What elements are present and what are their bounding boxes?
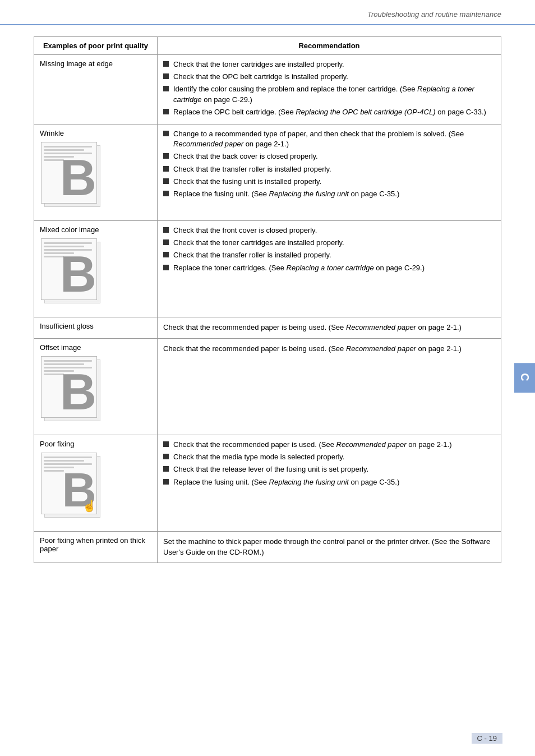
example-cell-poor-fixing: Poor fixing [34,435,158,531]
col-header-recommendation: Recommendation [158,37,501,55]
recommendation-list: Check that the toner cartridges are inst… [163,59,495,117]
bullet-icon [163,73,169,79]
bullet-icon [163,466,169,472]
list-item: Replace the OPC belt cartridge. (See Rep… [163,107,495,117]
cursor-icon: ☝ [82,499,96,513]
example-cell-poor-fixing-thick: Poor fixing when printed on thick paper [34,531,158,563]
list-item: Change to a recommended type of paper, a… [163,129,495,149]
list-item: Replace the toner cartridges. (See Repla… [163,263,495,273]
list-item: Check that the media type mode is select… [163,452,495,462]
recommendation-list: Check that the recommended paper is used… [163,440,495,487]
recommendation-list: Check that the front cover is closed pro… [163,225,495,273]
example-cell-missing-image: Missing image at edge [34,55,158,125]
print-sample-offset: B [40,355,113,428]
list-item: Check that the transfer roller is instal… [163,250,495,260]
bullet-icon [163,191,169,196]
bullet-icon [163,153,169,159]
header-title: Troubleshooting and routine maintenance [367,10,501,19]
table-row: Mixed color image [34,220,501,317]
example-label: Poor fixing when printed on thick paper [40,536,151,553]
bullet-icon [163,86,169,91]
example-label: Missing image at edge [40,59,151,68]
bullet-icon [163,178,169,184]
example-cell-insufficient-gloss: Insufficient gloss [34,317,158,338]
side-tab: C [514,363,535,393]
print-sample-poor-fixing: B ☝ [40,451,113,524]
bullet-icon [163,239,169,245]
plain-recommendation: Set the machine to thick paper mode thro… [163,537,490,557]
bullet-icon [163,61,169,67]
example-label: Mixed color image [40,225,151,234]
recommendation-cell-missing-image: Check that the toner cartridges are inst… [158,55,501,125]
print-sample-wrinkle: B [40,141,113,214]
example-label: Offset image [40,343,151,352]
bullet-icon [163,454,169,459]
main-table: Examples of poor print quality Recommend… [34,36,501,563]
list-item: Check that the toner cartridges are inst… [163,59,495,70]
table-row: Poor fixing when printed on thick paper … [34,531,501,563]
bullet-icon [163,131,169,136]
list-item: Check that the transfer roller is instal… [163,164,495,174]
list-item: Replace the fusing unit. (See Replacing … [163,189,495,199]
table-row: Offset image [34,338,501,435]
recommendation-cell-mixed-color: Check that the front cover is closed pro… [158,220,501,317]
bullet-icon [163,227,169,233]
big-b-letter: B [60,153,96,203]
bullet-icon [163,109,169,114]
example-label: Wrinkle [40,129,151,137]
example-label: Insufficient gloss [40,322,151,330]
recommendation-list: Change to a recommended type of paper, a… [163,129,495,199]
list-item: Check that the fusing unit is installed … [163,177,495,187]
list-item: Check that the toner cartridges are inst… [163,238,495,248]
big-b-letter: B [60,367,96,417]
plain-recommendation: Check that the recommended paper is bein… [163,344,462,353]
big-b-letter: B [60,249,96,299]
table-row: Missing image at edge Check that the ton… [34,55,501,125]
list-item: Check that the release lever of the fusi… [163,464,495,474]
bullet-icon [163,265,169,270]
recommendation-cell-poor-fixing: Check that the recommended paper is used… [158,435,501,531]
recommendation-cell-insufficient-gloss: Check that the recommended paper is bein… [158,317,501,338]
bullet-icon [163,441,169,447]
list-item: Check that the front cover is closed pro… [163,225,495,236]
page-content: Examples of poor print quality Recommend… [0,25,535,586]
table-row: Poor fixing [34,435,501,531]
recommendation-cell-poor-fixing-thick: Set the machine to thick paper mode thro… [158,531,501,563]
recommendation-cell-wrinkle: Change to a recommended type of paper, a… [158,124,501,220]
bullet-icon [163,479,169,485]
bullet-icon [163,166,169,172]
example-label: Poor fixing [40,440,151,448]
print-sample-mixed-color: B [40,237,113,310]
list-item: Identify the color causing the problem a… [163,84,495,104]
bullet-icon [163,252,169,257]
col-header-example: Examples of poor print quality [34,37,158,55]
plain-recommendation: Check that the recommended paper is bein… [163,323,462,331]
list-item: Check that the OPC belt cartridge is ins… [163,72,495,82]
table-row: Wrinkle [34,124,501,220]
list-item: Check that the recommended paper is used… [163,440,495,450]
example-cell-offset-image: Offset image [34,338,158,435]
list-item: Replace the fusing unit. (See Replacing … [163,477,495,487]
table-row: Insufficient gloss Check that the recomm… [34,317,501,338]
page-number: C - 19 [472,733,502,744]
example-cell-mixed-color: Mixed color image [34,220,158,317]
example-cell-wrinkle: Wrinkle [34,124,158,220]
page-header: Troubleshooting and routine maintenance [0,0,535,25]
list-item: Check that the back cover is closed prop… [163,151,495,162]
recommendation-cell-offset-image: Check that the recommended paper is bein… [158,338,501,435]
